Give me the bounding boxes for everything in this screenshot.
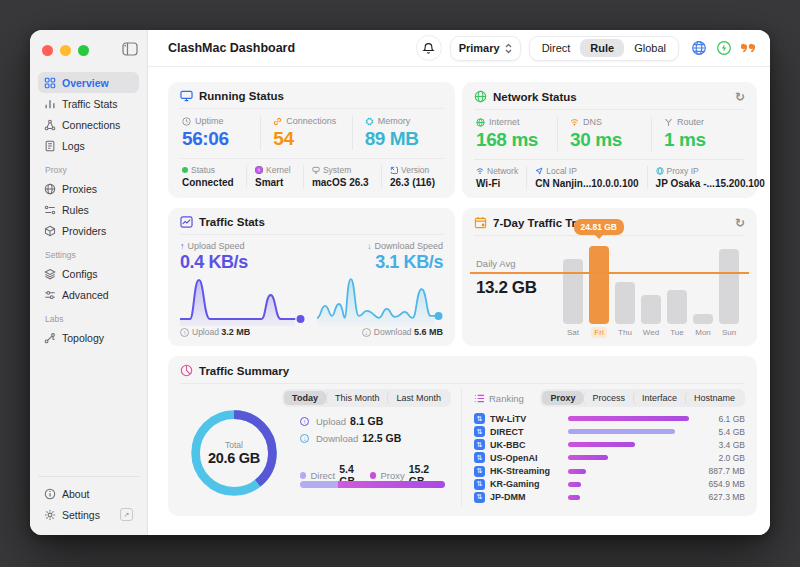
minimize-window-button[interactable] xyxy=(60,45,71,56)
sidebar-section-proxy: Proxy xyxy=(45,165,139,175)
tab-proxy[interactable]: Proxy xyxy=(542,391,583,405)
daily-avg-label: Daily Avg xyxy=(476,258,515,269)
sidebar-footer: About Settings ↗ xyxy=(38,476,139,525)
trend-bar-fri[interactable]: Fri xyxy=(589,246,609,338)
sidebar-item-settings[interactable]: Settings ↗ xyxy=(38,504,139,525)
sidebar-item-rules[interactable]: Rules xyxy=(38,199,139,220)
download-speed-value: 3.1 KB/s xyxy=(367,252,443,273)
upload-sparkline xyxy=(180,274,307,326)
proxy-dot xyxy=(370,472,376,479)
daily-avg-value: 13.2 GB xyxy=(476,278,537,298)
sidebar-item-advanced[interactable]: Advanced xyxy=(38,284,139,305)
sidebar-item-overview[interactable]: Overview xyxy=(38,72,139,93)
summary-left-panel: Today This Month Last Month Tot xyxy=(180,389,462,506)
globe-icon xyxy=(44,183,56,195)
sidebar-section-labs: Labs xyxy=(45,314,139,324)
globe-status-icon[interactable] xyxy=(691,40,707,56)
sidebar-item-topology[interactable]: Topology xyxy=(38,327,139,348)
profile-selector[interactable]: Primary xyxy=(450,36,521,61)
ranking-row[interactable]: ⇅US-OpenAI2.0 GB xyxy=(474,451,745,464)
link-icon xyxy=(273,117,282,126)
ranking-row[interactable]: ⇅TW-LiTV6.1 GB xyxy=(474,412,745,425)
proxy-label: Proxy xyxy=(380,470,404,481)
router-icon xyxy=(664,118,673,127)
tab-process[interactable]: Process xyxy=(583,391,633,405)
ranking-panel: Ranking Proxy Process Interface Hostname… xyxy=(462,389,745,506)
version-icon xyxy=(390,166,398,174)
sidebar-item-label: About xyxy=(62,488,89,500)
metric-label: DNS xyxy=(583,117,602,127)
tab-today[interactable]: Today xyxy=(284,391,326,405)
trend-bar-tue[interactable]: Tue xyxy=(667,290,687,338)
sidebar-item-label: Rules xyxy=(62,204,89,216)
refresh-icon[interactable]: ↻ xyxy=(735,217,745,229)
tab-hostname[interactable]: Hostname xyxy=(685,391,743,405)
rank-badge-icon: ⇅ xyxy=(474,492,485,503)
system-value: macOS 26.3 xyxy=(312,177,369,188)
ranking-row[interactable]: ⇅KR-Gaming654.9 MB xyxy=(474,478,745,491)
sidebar-item-label: Logs xyxy=(62,140,85,152)
sidebar-item-traffic-stats[interactable]: Traffic Stats xyxy=(38,93,139,114)
info-label: Local IP xyxy=(546,166,577,176)
sidebar-section-settings: Settings xyxy=(45,250,139,260)
ranking-row[interactable]: ⇅JP-DMM627.3 MB xyxy=(474,491,745,504)
router-latency-value: 1 ms xyxy=(664,129,745,151)
sidebar-item-label: Providers xyxy=(62,225,106,237)
layers-icon xyxy=(44,268,56,280)
trend-bar-wed[interactable]: Wed xyxy=(641,295,661,338)
sidebar-item-proxies[interactable]: Proxies xyxy=(38,178,139,199)
rank-badge-icon: ⇅ xyxy=(474,413,485,424)
upload-speed-label: Upload Speed xyxy=(188,241,245,251)
version-value: 26.3 (116) xyxy=(390,177,435,188)
sidebar-item-providers[interactable]: Providers xyxy=(38,220,139,241)
ranking-row[interactable]: ⇅HK-Streaming887.7 MB xyxy=(474,465,745,478)
trend-chart: Daily Avg 13.2 GB 24.81 GB Sat Fri Thu W… xyxy=(474,238,745,338)
sidebar-item-about[interactable]: About xyxy=(38,483,139,504)
page-title: ClashMac Dashboard xyxy=(168,41,295,55)
sidebar: Overview Traffic Stats Connections Logs … xyxy=(30,30,148,535)
trend-bar-sat[interactable]: Sat xyxy=(563,259,583,338)
sidebar-item-configs[interactable]: Configs xyxy=(38,263,139,284)
zoom-window-button[interactable] xyxy=(78,45,89,56)
tab-this-month[interactable]: This Month xyxy=(326,391,388,405)
app-logo-icon[interactable] xyxy=(741,41,758,56)
ranking-row[interactable]: ⇅UK-BBC3.4 GB xyxy=(474,438,745,451)
upload-total-label: Upload xyxy=(192,327,219,337)
power-boost-icon[interactable] xyxy=(716,40,732,56)
tab-last-month[interactable]: Last Month xyxy=(387,391,449,405)
external-link-icon[interactable]: ↗ xyxy=(120,508,133,521)
mode-global[interactable]: Global xyxy=(624,39,676,57)
trend-bar-mon[interactable]: Mon xyxy=(693,314,713,338)
status-value: Connected xyxy=(182,177,234,188)
ranking-row[interactable]: ⇅DIRECT5.4 GB xyxy=(474,425,745,438)
mode-segmented-control: Direct Rule Global xyxy=(529,36,679,61)
sidebar-item-connections[interactable]: Connections xyxy=(38,114,139,135)
memory-value: 89 MB xyxy=(365,128,443,150)
card-title: Running Status xyxy=(199,90,284,102)
metric-label: Uptime xyxy=(195,116,224,126)
trend-bar-sun[interactable]: Sun xyxy=(719,249,739,338)
total-label: Total xyxy=(225,440,243,450)
sidebar-item-label: Proxies xyxy=(62,183,97,195)
mode-rule[interactable]: Rule xyxy=(580,39,624,57)
info-label: Kernel xyxy=(266,165,291,175)
refresh-icon[interactable]: ↻ xyxy=(735,91,745,103)
ranking-list-icon xyxy=(474,393,485,404)
rank-badge-icon: ⇅ xyxy=(474,452,485,463)
sidebar-item-logs[interactable]: Logs xyxy=(38,135,139,156)
mode-direct[interactable]: Direct xyxy=(532,39,581,57)
notifications-button[interactable] xyxy=(416,35,442,61)
close-window-button[interactable] xyxy=(42,45,53,56)
sliders-icon xyxy=(44,289,56,301)
info-label: Version xyxy=(401,165,429,175)
internet-icon xyxy=(476,118,485,127)
gear-icon xyxy=(44,509,56,521)
summary-download-value: 12.5 GB xyxy=(362,432,401,444)
info-label: Network xyxy=(487,166,518,176)
tab-interface[interactable]: Interface xyxy=(633,391,685,405)
grid-icon xyxy=(44,77,56,89)
trend-bar-thu[interactable]: Thu xyxy=(615,282,635,338)
sidebar-toggle-icon[interactable] xyxy=(122,42,138,56)
ranking-tabs: Proxy Process Interface Hostname xyxy=(540,389,745,407)
topology-icon xyxy=(44,332,56,344)
